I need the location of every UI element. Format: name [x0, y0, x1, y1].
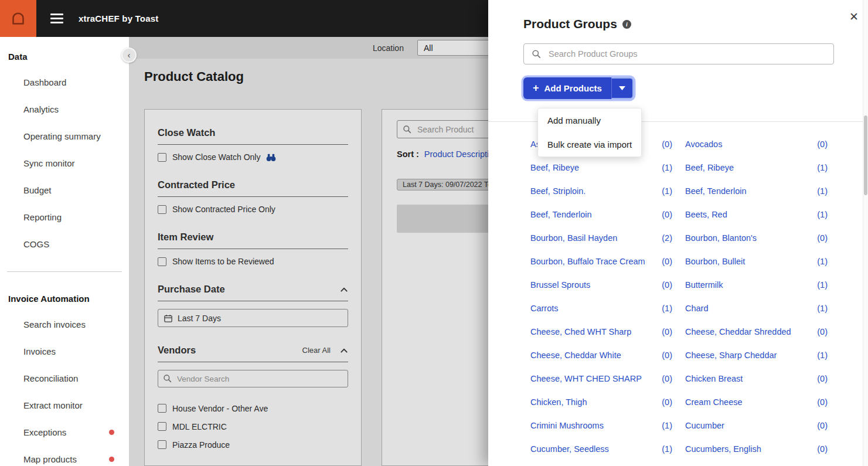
- product-group-count[interactable]: (1): [817, 304, 828, 313]
- product-group-count[interactable]: (0): [662, 140, 672, 149]
- product-group-link[interactable]: Cheese, WHT CHED SHARP: [530, 374, 642, 383]
- product-group-row[interactable]: Chicken, Thigh (0): [530, 390, 672, 414]
- sidebar-item[interactable]: Budget: [0, 176, 129, 203]
- product-group-count[interactable]: (0): [662, 210, 672, 219]
- product-group-row[interactable]: Cheese, Cheddar White (0): [530, 343, 672, 367]
- product-group-count[interactable]: (0): [817, 327, 828, 336]
- add-products-dropdown-toggle[interactable]: [611, 77, 634, 99]
- product-group-row[interactable]: Cucumber, Seedless (1): [530, 437, 672, 461]
- product-group-count[interactable]: (0): [662, 257, 672, 266]
- product-group-link[interactable]: Chard: [685, 304, 709, 313]
- product-group-row[interactable]: Chicken Breast (0): [685, 367, 828, 390]
- product-group-link[interactable]: Carrots: [530, 304, 559, 313]
- product-group-row[interactable]: Cheese, WHT CHED SHARP (0): [530, 367, 672, 390]
- product-group-link[interactable]: Bourbon, Basil Hayden: [530, 233, 617, 243]
- product-group-link[interactable]: Cream Cheese: [685, 397, 743, 407]
- modal-backdrop[interactable]: [129, 37, 488, 466]
- product-group-count[interactable]: (0): [662, 327, 672, 336]
- product-group-row[interactable]: Beef, Tenderloin (1): [685, 179, 828, 203]
- sidebar-item[interactable]: Map products: [0, 445, 129, 466]
- sidebar-item[interactable]: Dashboard: [0, 69, 129, 96]
- product-group-link[interactable]: Beef, Striploin.: [530, 186, 586, 196]
- add-products-button[interactable]: + Add Products: [523, 77, 611, 99]
- product-group-link[interactable]: Crimini Mushrooms: [530, 421, 604, 430]
- product-group-count[interactable]: (0): [817, 421, 828, 430]
- product-group-link[interactable]: Cheese, Ched WHT Sharp: [530, 327, 631, 336]
- product-group-link[interactable]: Cheese, Sharp Cheddar: [685, 351, 777, 360]
- product-group-row[interactable]: Cheese, Sharp Cheddar (1): [685, 343, 828, 367]
- sidebar-item[interactable]: COGS: [0, 230, 129, 257]
- product-group-link[interactable]: Beef, Tenderloin: [685, 186, 747, 196]
- product-groups-search-input[interactable]: [523, 43, 834, 64]
- product-group-link[interactable]: Buttermilk: [685, 280, 723, 290]
- product-group-count[interactable]: (0): [662, 374, 672, 383]
- product-group-count[interactable]: (0): [817, 374, 828, 383]
- product-group-count[interactable]: (1): [662, 421, 672, 430]
- toast-logo[interactable]: [0, 0, 36, 37]
- product-group-row[interactable]: Beef, Ribeye (1): [530, 156, 672, 179]
- product-group-row[interactable]: Chard (1): [685, 297, 828, 320]
- info-icon[interactable]: i: [622, 20, 631, 29]
- product-group-count[interactable]: (1): [817, 163, 828, 172]
- product-group-count[interactable]: (1): [662, 186, 672, 196]
- scrollbar-thumb[interactable]: [864, 115, 867, 195]
- sidebar-item[interactable]: Exceptions: [0, 419, 129, 445]
- product-group-row[interactable]: Bourbon, Buffalo Trace Cream (0): [530, 250, 672, 273]
- sidebar-item[interactable]: Reconciliation: [0, 365, 129, 392]
- product-group-row[interactable]: Buttermilk (1): [685, 273, 828, 297]
- product-group-link[interactable]: Cheese, Cheddar White: [530, 351, 621, 360]
- product-group-link[interactable]: Cheese, Cheddar Shredded: [685, 327, 791, 336]
- product-group-row[interactable]: Cheese, Cheddar Shredded (0): [685, 320, 828, 343]
- product-group-link[interactable]: Cucumber: [685, 421, 724, 430]
- sidebar-item[interactable]: Operating summary: [0, 123, 129, 149]
- product-group-count[interactable]: (1): [662, 444, 672, 454]
- product-group-link[interactable]: Beef, Ribeye: [530, 163, 579, 172]
- product-group-link[interactable]: Brussel Sprouts: [530, 280, 590, 290]
- product-group-count[interactable]: (1): [817, 351, 828, 360]
- product-group-count[interactable]: (0): [662, 280, 672, 290]
- product-group-link[interactable]: Bourbon, Bulleit: [685, 257, 745, 266]
- close-icon[interactable]: ✕: [845, 8, 863, 25]
- product-group-link[interactable]: Chicken Breast: [685, 374, 743, 383]
- product-group-row[interactable]: Carrots (1): [530, 297, 672, 320]
- sidebar-item[interactable]: Invoices: [0, 338, 129, 365]
- product-group-link[interactable]: Bourbon, Buffalo Trace Cream: [530, 257, 645, 266]
- product-group-row[interactable]: Beef, Ribeye (1): [685, 156, 828, 179]
- sidebar-item[interactable]: Extract monitor: [0, 392, 129, 419]
- product-group-link[interactable]: Chicken, Thigh: [530, 397, 587, 407]
- sidebar-collapse-button[interactable]: ‹: [121, 47, 137, 63]
- product-group-count[interactable]: (0): [817, 140, 828, 149]
- sidebar-item[interactable]: Search invoices: [0, 311, 129, 338]
- product-group-row[interactable]: Bourbon, Bulleit (1): [685, 250, 828, 273]
- product-group-count[interactable]: (1): [817, 186, 828, 196]
- product-group-row[interactable]: Beef, Tenderloin (0): [530, 203, 672, 226]
- sidebar-item[interactable]: Reporting: [0, 203, 129, 230]
- sidebar-item[interactable]: Sync monitor: [0, 149, 129, 176]
- product-group-row[interactable]: Cucumbers, English (0): [685, 437, 828, 461]
- product-group-row[interactable]: Brussel Sprouts (0): [530, 273, 672, 297]
- product-group-count[interactable]: (1): [817, 257, 828, 266]
- product-group-count[interactable]: (1): [817, 280, 828, 290]
- product-group-count[interactable]: (1): [662, 163, 672, 172]
- scrollbar-track[interactable]: [863, 0, 868, 466]
- product-group-count[interactable]: (1): [662, 304, 672, 313]
- product-group-link[interactable]: Beets, Red: [685, 210, 727, 219]
- menu-item[interactable]: Add manually: [538, 108, 641, 132]
- product-group-count[interactable]: (2): [662, 233, 672, 243]
- product-group-count[interactable]: (0): [662, 397, 672, 407]
- product-group-count[interactable]: (0): [662, 351, 672, 360]
- product-group-row[interactable]: Cucumber (0): [685, 414, 828, 437]
- product-group-row[interactable]: Avocados (0): [685, 132, 828, 156]
- product-group-row[interactable]: Bourbon, Basil Hayden (2): [530, 226, 672, 250]
- product-group-row[interactable]: Beef, Striploin. (1): [530, 179, 672, 203]
- menu-item[interactable]: Bulk create via import: [538, 132, 641, 157]
- product-group-link[interactable]: Beef, Tenderloin: [530, 210, 592, 219]
- product-group-link[interactable]: Cucumber, Seedless: [530, 444, 609, 454]
- product-group-row[interactable]: Cheese, Ched WHT Sharp (0): [530, 320, 672, 343]
- product-group-row[interactable]: Crimini Mushrooms (1): [530, 414, 672, 437]
- product-group-row[interactable]: Beets, Red (1): [685, 203, 828, 226]
- product-group-count[interactable]: (0): [817, 444, 828, 454]
- sidebar-item[interactable]: Analytics: [0, 96, 129, 123]
- product-group-link[interactable]: Beef, Ribeye: [685, 163, 734, 172]
- product-group-link[interactable]: Avocados: [685, 140, 722, 149]
